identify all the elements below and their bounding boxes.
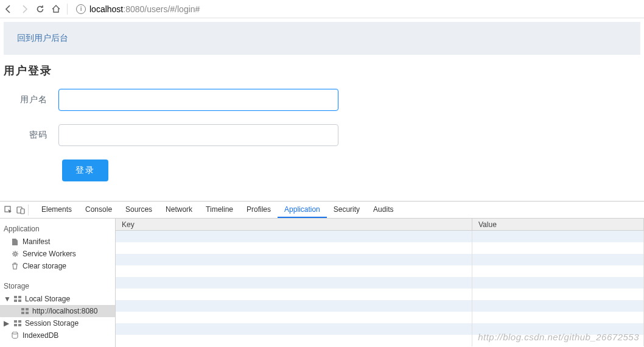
svg-rect-12 [14, 320, 17, 323]
column-value[interactable]: Value [472, 219, 644, 230]
sidebar-heading-storage: Storage [0, 278, 115, 293]
url-path: /users/#/login# [144, 4, 200, 14]
svg-rect-10 [21, 312, 24, 314]
tab-elements[interactable]: Elements [35, 202, 79, 218]
sidebar-heading-application: Application [0, 221, 115, 236]
url-bar[interactable]: i localhost:8080/users/#/login# [74, 4, 640, 14]
url-host: localhost [89, 4, 123, 14]
svg-point-16 [12, 332, 18, 334]
column-key[interactable]: Key [116, 219, 472, 230]
storage-icon [21, 307, 29, 315]
devtools-body: Application Manifest Service Workers Cle… [0, 219, 644, 347]
separator [67, 4, 68, 15]
sidebar-item-local-storage-origin[interactable]: http://localhost:8080 [0, 305, 115, 317]
sidebar-item-label: Local Storage [25, 295, 70, 303]
storage-icon [13, 295, 21, 303]
back-to-admin-link[interactable]: 回到用户后台 [17, 33, 68, 43]
devtools-tabbar: Elements Console Sources Network Timelin… [0, 202, 644, 219]
tab-audits[interactable]: Audits [366, 202, 400, 218]
svg-rect-8 [21, 308, 24, 310]
url-text: localhost:8080/users/#/login# [89, 4, 200, 14]
svg-rect-11 [26, 312, 29, 314]
sidebar-item-label: Manifest [23, 237, 50, 246]
tab-profiles[interactable]: Profiles [240, 202, 278, 218]
page-title: 用户登录 [4, 63, 644, 78]
page-content: 回到用户后台 用户登录 用户名 密码 登录 [0, 18, 644, 201]
table-row[interactable] [116, 335, 644, 346]
sidebar-item-session-storage[interactable]: ▶ Session Storage [0, 317, 115, 329]
table-row[interactable] [116, 289, 644, 300]
device-toggle-icon[interactable] [16, 205, 26, 215]
caret-right-icon: ▶ [4, 319, 10, 328]
storage-table-body[interactable] [116, 231, 644, 347]
sidebar-item-indexeddb[interactable]: IndexedDB [0, 329, 115, 342]
svg-rect-15 [18, 324, 21, 326]
back-icon[interactable] [4, 4, 13, 14]
sidebar-item-clear-storage[interactable]: Clear storage [0, 260, 115, 272]
sidebar-item-label: IndexedDB [23, 331, 58, 340]
svg-point-3 [14, 253, 16, 255]
tab-timeline[interactable]: Timeline [199, 202, 240, 218]
caret-down-icon: ▼ [4, 295, 10, 303]
svg-rect-13 [18, 320, 21, 323]
sidebar-item-label: Service Workers [23, 250, 76, 258]
svg-rect-9 [26, 308, 29, 310]
password-input[interactable] [58, 124, 338, 146]
trash-icon [11, 262, 19, 270]
tab-sources[interactable]: Sources [119, 202, 159, 218]
site-info-icon[interactable]: i [76, 4, 86, 14]
inspect-element-icon[interactable] [4, 205, 13, 215]
login-button[interactable]: 登录 [62, 159, 108, 181]
table-row[interactable] [116, 265, 644, 277]
browser-toolbar: i localhost:8080/users/#/login# [0, 0, 644, 18]
sidebar-item-service-workers[interactable]: Service Workers [0, 248, 115, 260]
sidebar-item-label: http://localhost:8080 [32, 307, 97, 315]
sidebar-item-manifest[interactable]: Manifest [0, 236, 115, 248]
database-icon [11, 332, 19, 340]
login-form: 用户名 密码 登录 [0, 89, 644, 181]
devtools-main: Key Value [116, 219, 644, 347]
devtools-tabs: Elements Console Sources Network Timelin… [35, 202, 400, 218]
reload-icon[interactable] [35, 4, 45, 14]
svg-rect-6 [14, 300, 17, 302]
tab-network[interactable]: Network [159, 202, 199, 218]
separator [28, 205, 29, 216]
forward-icon [19, 4, 29, 14]
sidebar-item-local-storage[interactable]: ▼ Local Storage [0, 293, 115, 305]
sidebar-item-label: Session Storage [25, 319, 79, 328]
username-row: 用户名 [4, 89, 644, 111]
devtools-panel: Elements Console Sources Network Timelin… [0, 201, 644, 347]
table-row[interactable] [116, 323, 644, 335]
gear-icon [11, 250, 19, 258]
password-label: 密码 [4, 130, 58, 141]
username-input[interactable] [58, 89, 338, 111]
document-icon [11, 238, 19, 246]
svg-rect-5 [18, 296, 21, 298]
home-icon[interactable] [51, 4, 61, 14]
tab-application[interactable]: Application [278, 202, 327, 218]
tab-console[interactable]: Console [79, 202, 119, 218]
tab-security[interactable]: Security [327, 202, 366, 218]
table-row[interactable] [116, 277, 644, 289]
url-port: :8080 [123, 4, 144, 14]
table-row[interactable] [116, 231, 644, 242]
storage-table-header: Key Value [116, 219, 644, 231]
table-row[interactable] [116, 242, 644, 254]
storage-icon [13, 320, 21, 328]
sidebar-item-label: Clear storage [23, 262, 66, 270]
svg-rect-7 [18, 300, 21, 302]
table-row[interactable] [116, 300, 644, 312]
table-row[interactable] [116, 254, 644, 265]
svg-rect-14 [14, 324, 17, 326]
banner: 回到用户后台 [4, 22, 640, 55]
svg-rect-2 [21, 209, 24, 214]
svg-rect-4 [14, 296, 17, 298]
username-label: 用户名 [4, 94, 58, 105]
devtools-sidebar: Application Manifest Service Workers Cle… [0, 219, 116, 347]
table-row[interactable] [116, 312, 644, 323]
password-row: 密码 [4, 124, 644, 146]
